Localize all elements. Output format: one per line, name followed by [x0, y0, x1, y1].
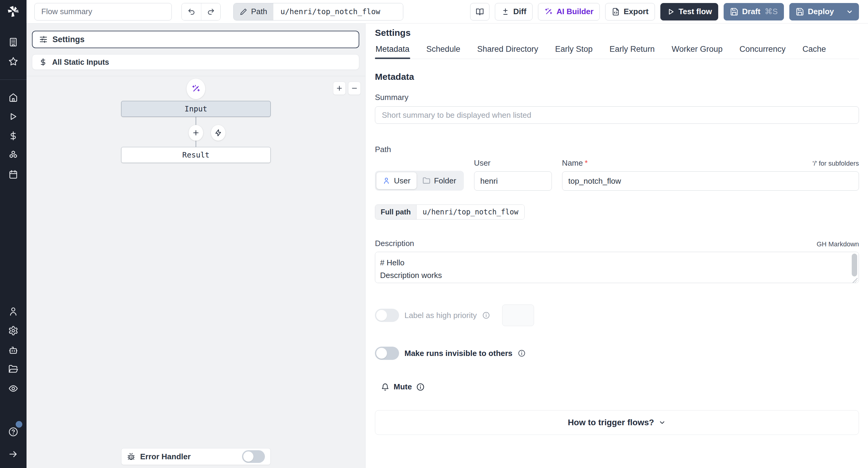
priority-value-box: [502, 304, 534, 326]
user-input[interactable]: [474, 171, 552, 191]
sidebar-item-favorites[interactable]: [5, 53, 22, 70]
sidebar-item-home[interactable]: [5, 89, 22, 106]
play-icon: [667, 7, 675, 16]
name-input[interactable]: [562, 171, 859, 191]
arrow-right-icon: [8, 449, 19, 459]
tab-schedule[interactable]: Schedule: [426, 44, 461, 59]
edit-path-button[interactable]: Path: [234, 3, 273, 20]
info-icon[interactable]: [482, 311, 490, 319]
description-scrollbar[interactable]: [852, 254, 857, 276]
full-path-row: Full path u/henri/top_notch_flow: [375, 204, 525, 220]
add-step-button[interactable]: [189, 125, 203, 141]
owner-kind-toggle: User Folder: [375, 171, 464, 191]
plus-icon: [336, 85, 343, 92]
sidebar-item-account[interactable]: [5, 303, 22, 320]
sidebar-item-schedules[interactable]: [5, 166, 22, 183]
folder-icon: [423, 177, 430, 185]
high-priority-label: Label as high priority: [404, 311, 477, 320]
tab-shared-directory[interactable]: Shared Directory: [476, 44, 539, 59]
info-icon[interactable]: [416, 383, 425, 391]
flow-canvas[interactable]: Input Result: [27, 76, 365, 468]
resize-handle[interactable]: [852, 278, 858, 283]
add-trigger-button[interactable]: [211, 125, 225, 141]
all-static-inputs-card[interactable]: All Static Inputs: [32, 54, 359, 70]
all-static-inputs-label: All Static Inputs: [52, 58, 109, 67]
gear-icon: [8, 326, 19, 336]
invisible-runs-toggle[interactable]: [375, 347, 399, 360]
owner-kind-user[interactable]: User: [376, 172, 416, 189]
flow-summary-input[interactable]: [34, 3, 172, 21]
test-flow-button[interactable]: Test flow: [660, 3, 718, 21]
full-path-badge: Full path: [375, 205, 416, 219]
sidebar-item-folders[interactable]: [5, 361, 22, 378]
dollar-icon: [39, 58, 47, 66]
zap-icon: [214, 129, 222, 137]
redo-icon: [207, 7, 215, 16]
eye-icon: [8, 383, 19, 394]
sidebar-item-runs[interactable]: [5, 108, 22, 125]
markdown-hint: GH Markdown: [816, 240, 859, 248]
diff-label: Diff: [513, 7, 526, 16]
calendar-icon: [8, 169, 19, 179]
error-handler-card[interactable]: Error Handler: [121, 448, 271, 465]
error-handler-toggle[interactable]: [242, 450, 265, 463]
input-node-label: Input: [184, 104, 207, 113]
error-handler-label: Error Handler: [140, 452, 237, 461]
zoom-in-button[interactable]: [333, 81, 346, 95]
sidebar-expand-button[interactable]: [5, 446, 22, 463]
required-asterisk: *: [585, 158, 588, 167]
sidebar-item-variables[interactable]: [5, 127, 22, 144]
ai-flow-builder-button[interactable]: [187, 78, 205, 99]
deploy-options-button[interactable]: [840, 3, 859, 21]
tab-worker-group[interactable]: Worker Group: [671, 44, 723, 59]
ai-builder-button[interactable]: AI Builder: [538, 3, 600, 21]
deploy-button[interactable]: Deploy: [789, 3, 840, 21]
path-control: Path u/henri/top_notch_flow: [233, 3, 403, 21]
user-field-label: User: [474, 158, 552, 168]
sidebar-item-workspace[interactable]: [5, 34, 22, 51]
sidebar-item-settings[interactable]: [5, 322, 22, 339]
windmill-logo-icon[interactable]: [6, 4, 21, 19]
boxes-icon: [8, 150, 19, 160]
sidebar-item-workers[interactable]: [5, 341, 22, 358]
result-node[interactable]: Result: [121, 147, 271, 163]
how-to-trigger-flows-button[interactable]: How to trigger flows?: [375, 410, 859, 435]
owner-kind-folder[interactable]: Folder: [416, 172, 462, 189]
user-icon: [382, 177, 390, 185]
flow-settings-card-label: Settings: [53, 35, 85, 44]
input-node[interactable]: Input: [121, 101, 271, 117]
user-icon: [8, 306, 19, 316]
folder-open-icon: [8, 364, 19, 374]
home-icon: [8, 92, 19, 102]
bell-icon: [381, 383, 390, 391]
tab-metadata[interactable]: Metadata: [375, 44, 410, 59]
draft-button[interactable]: Draft ⌘S: [724, 3, 784, 21]
sidebar-item-resources[interactable]: [5, 147, 22, 164]
undo-button[interactable]: [182, 3, 201, 20]
zoom-out-button[interactable]: [348, 81, 361, 95]
chevron-down-icon: [846, 8, 854, 16]
app-sidebar: [0, 0, 27, 468]
info-icon[interactable]: [518, 349, 526, 357]
play-icon: [8, 111, 19, 122]
flow-settings-card[interactable]: Settings: [32, 31, 359, 48]
tab-early-stop[interactable]: Early Stop: [555, 44, 593, 59]
tab-early-return[interactable]: Early Return: [609, 44, 655, 59]
tab-concurrency[interactable]: Concurrency: [739, 44, 786, 59]
high-priority-toggle[interactable]: [375, 309, 399, 322]
tab-cache[interactable]: Cache: [802, 44, 827, 59]
deploy-group: Deploy: [789, 3, 859, 21]
summary-label: Summary: [375, 93, 859, 102]
sidebar-item-audit[interactable]: [5, 380, 22, 397]
mute-row[interactable]: Mute: [375, 382, 859, 392]
export-button[interactable]: Export: [605, 3, 655, 21]
docs-button[interactable]: [470, 3, 490, 21]
redo-button[interactable]: [201, 3, 220, 20]
description-textarea[interactable]: # Hello Description works: [375, 252, 859, 283]
diff-button[interactable]: Diff: [495, 3, 532, 21]
save-icon: [730, 7, 738, 16]
summary-input[interactable]: [375, 106, 859, 124]
settings-panel-title: Settings: [375, 28, 859, 38]
export-label: Export: [624, 7, 648, 16]
flow-path-value[interactable]: u/henri/top_notch_flow: [273, 3, 403, 20]
